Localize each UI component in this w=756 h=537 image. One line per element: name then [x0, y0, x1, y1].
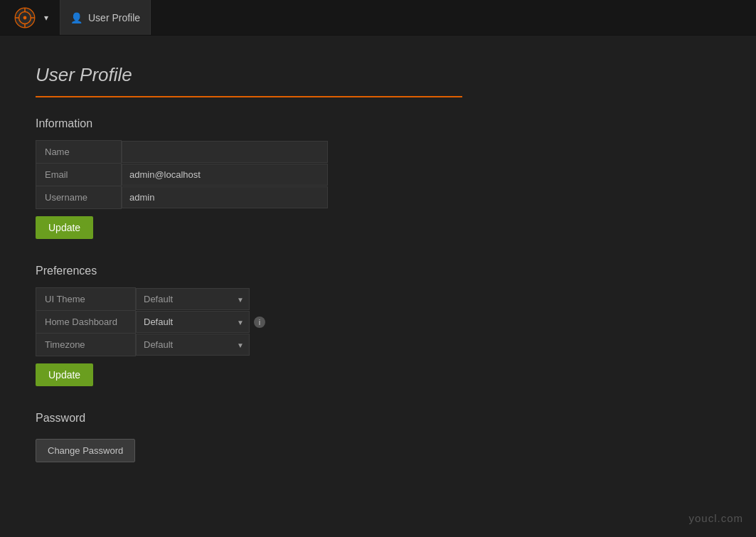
navbar-dropdown-button[interactable]: ▾ — [40, 10, 53, 26]
timezone-label: Timezone — [36, 334, 136, 356]
preferences-section: Preferences UI Theme Default Dark Light … — [36, 265, 462, 386]
name-input-cell — [122, 141, 356, 164]
preferences-update-button[interactable]: Update — [36, 363, 93, 386]
preferences-form-table: UI Theme Default Dark Light ▼ Ho — [36, 287, 320, 356]
home-dashboard-label: Home Dashboard — [36, 311, 136, 334]
navbar-brand[interactable]: ▾ — [7, 7, 60, 28]
email-input-cell — [122, 164, 356, 186]
table-row: Username — [36, 186, 356, 209]
table-row: Email — [36, 164, 356, 186]
information-section: Information Name Email Username — [36, 117, 462, 239]
timezone-select-cell: Default UTC Browser ▼ — [136, 334, 320, 356]
ui-theme-select-wrapper: Default Dark Light ▼ — [136, 288, 250, 310]
svg-point-6 — [23, 16, 27, 19]
navbar-user-profile-item[interactable]: 👤 User Profile — [60, 0, 151, 35]
home-dashboard-select-wrapper: Default ▼ — [136, 311, 250, 333]
username-input-cell — [122, 186, 356, 209]
user-icon: 👤 — [70, 12, 82, 23]
information-section-title: Information — [36, 117, 462, 130]
name-input[interactable] — [122, 141, 328, 163]
main-content: User Profile Information Name Email — [0, 36, 498, 516]
home-dashboard-info-icon[interactable]: i — [254, 317, 265, 328]
navbar-page-title: User Profile — [88, 12, 140, 23]
name-label: Name — [36, 141, 122, 164]
home-dashboard-select-cell: Default ▼ i — [136, 311, 320, 334]
password-section-title: Password — [36, 412, 462, 425]
username-label: Username — [36, 186, 122, 209]
ui-theme-select[interactable]: Default Dark Light — [136, 288, 250, 310]
change-password-button[interactable]: Change Password — [36, 439, 135, 462]
grafana-logo-icon — [14, 7, 36, 28]
ui-theme-label: UI Theme — [36, 288, 136, 311]
home-dashboard-row: Default ▼ i — [136, 311, 319, 333]
timezone-select-wrapper: Default UTC Browser ▼ — [136, 334, 250, 356]
email-label: Email — [36, 164, 122, 186]
table-row: Name — [36, 141, 356, 164]
username-input[interactable] — [122, 186, 328, 208]
table-row: Home Dashboard Default ▼ i — [36, 311, 320, 334]
timezone-select[interactable]: Default UTC Browser — [136, 334, 250, 356]
watermark: youcl.com — [688, 512, 743, 524]
navbar: ▾ 👤 User Profile — [0, 0, 756, 36]
preferences-section-title: Preferences — [36, 265, 462, 277]
table-row: Timezone Default UTC Browser ▼ — [36, 334, 320, 356]
home-dashboard-select[interactable]: Default — [136, 311, 250, 333]
password-section: Password Change Password — [36, 412, 462, 462]
email-input[interactable] — [122, 164, 328, 186]
page-title: User Profile — [36, 64, 462, 86]
table-row: UI Theme Default Dark Light ▼ — [36, 288, 320, 311]
ui-theme-select-cell: Default Dark Light ▼ — [136, 288, 320, 311]
information-form-table: Name Email Username — [36, 140, 356, 209]
information-update-button[interactable]: Update — [36, 216, 93, 239]
title-divider — [36, 96, 462, 97]
